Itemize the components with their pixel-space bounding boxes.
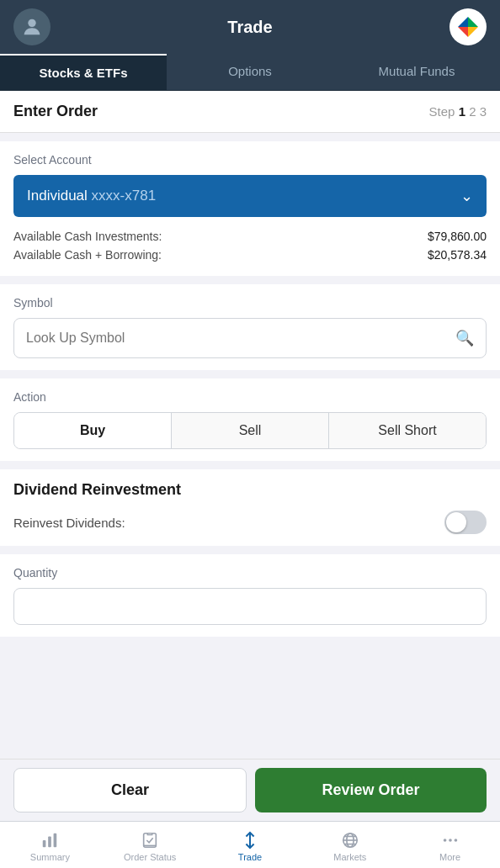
nav-markets-label: Markets xyxy=(333,852,366,862)
account-name: Individual xxxx-x781 xyxy=(27,188,156,204)
cash-investments-row: Available Cash Investments: $79,860.00 xyxy=(13,227,487,246)
chevron-down-icon: ⌄ xyxy=(460,187,473,205)
action-buttons-group: Buy Sell Sell Short xyxy=(13,412,487,449)
nav-more[interactable]: More xyxy=(400,828,500,862)
quantity-input-wrapper xyxy=(13,588,487,625)
nav-trade-label: Trade xyxy=(238,852,262,862)
svg-point-14 xyxy=(449,839,452,842)
user-avatar[interactable] xyxy=(13,8,51,45)
trade-icon xyxy=(241,831,259,849)
action-section: Action Buy Sell Sell Short xyxy=(0,378,500,461)
svg-point-0 xyxy=(28,19,35,27)
fidelity-logo xyxy=(449,8,487,45)
fidelity-logo-icon xyxy=(455,13,481,40)
app-header: Trade xyxy=(0,0,500,54)
tab-options[interactable]: Options xyxy=(167,54,333,90)
symbol-input-wrapper: 🔍 xyxy=(13,318,487,358)
search-icon: 🔍 xyxy=(455,329,474,347)
reinvest-toggle-row: Reinvest Dividends: xyxy=(13,511,487,534)
clear-button[interactable]: Clear xyxy=(13,768,247,812)
action-label: Action xyxy=(13,390,487,404)
cash-borrowing-label: Available Cash + Borrowing: xyxy=(13,248,162,262)
action-sell-button[interactable]: Sell xyxy=(172,413,329,448)
symbol-label: Symbol xyxy=(13,296,487,310)
tab-stocks-etfs[interactable]: Stocks & ETFs xyxy=(0,54,167,90)
svg-rect-2 xyxy=(43,840,46,847)
more-icon xyxy=(441,831,460,849)
action-sell-short-button[interactable]: Sell Short xyxy=(329,413,486,448)
dividend-section: Dividend Reinvestment Reinvest Dividends… xyxy=(0,469,500,546)
svg-point-15 xyxy=(454,839,457,842)
cash-info: Available Cash Investments: $79,860.00 A… xyxy=(13,227,487,264)
symbol-input[interactable] xyxy=(26,331,455,346)
page-title: Trade xyxy=(227,18,272,37)
svg-point-13 xyxy=(443,839,446,842)
order-status-icon xyxy=(141,831,159,849)
nav-markets[interactable]: Markets xyxy=(300,828,400,862)
account-dropdown[interactable]: Individual xxxx-x781 ⌄ xyxy=(13,175,487,217)
nav-summary[interactable]: Summary xyxy=(0,828,100,862)
quantity-input[interactable] xyxy=(26,599,474,614)
action-buy-button[interactable]: Buy xyxy=(14,413,172,448)
bottom-nav: Summary Order Status Trade Markets xyxy=(0,821,500,868)
quantity-section: Quantity xyxy=(0,554,500,637)
cash-borrowing-row: Available Cash + Borrowing: $20,578.34 xyxy=(13,246,487,264)
reinvest-toggle[interactable] xyxy=(444,511,487,534)
quantity-label: Quantity xyxy=(13,566,487,580)
nav-order-status[interactable]: Order Status xyxy=(100,828,200,862)
cash-investments-label: Available Cash Investments: xyxy=(13,230,162,243)
select-account-label: Select Account xyxy=(13,153,487,167)
bar-chart-icon xyxy=(40,831,59,849)
nav-summary-label: Summary xyxy=(30,852,70,862)
svg-rect-4 xyxy=(54,834,57,848)
dividend-title: Dividend Reinvestment xyxy=(13,481,487,499)
nav-more-label: More xyxy=(439,852,460,862)
step-indicator: Step 1 2 3 xyxy=(429,104,487,119)
review-order-button[interactable]: Review Order xyxy=(255,768,487,812)
cash-investments-value: $79,860.00 xyxy=(428,230,487,243)
enter-order-header: Enter Order Step 1 2 3 xyxy=(0,91,500,133)
avatar-icon xyxy=(20,15,44,39)
enter-order-title: Enter Order xyxy=(13,103,98,120)
account-section: Select Account Individual xxxx-x781 ⌄ Av… xyxy=(0,141,500,276)
bottom-actions: Clear Review Order xyxy=(0,759,500,821)
cash-borrowing-value: $20,578.34 xyxy=(428,248,487,262)
tab-mutual-funds[interactable]: Mutual Funds xyxy=(333,54,500,90)
nav-order-status-label: Order Status xyxy=(124,852,176,862)
svg-rect-3 xyxy=(49,836,52,847)
symbol-section: Symbol 🔍 xyxy=(0,284,500,370)
main-content: Enter Order Step 1 2 3 Select Account In… xyxy=(0,91,500,704)
reinvest-label: Reinvest Dividends: xyxy=(13,516,125,530)
main-tabs: Stocks & ETFs Options Mutual Funds xyxy=(0,54,500,91)
nav-trade[interactable]: Trade xyxy=(200,828,301,862)
globe-icon xyxy=(341,831,359,849)
